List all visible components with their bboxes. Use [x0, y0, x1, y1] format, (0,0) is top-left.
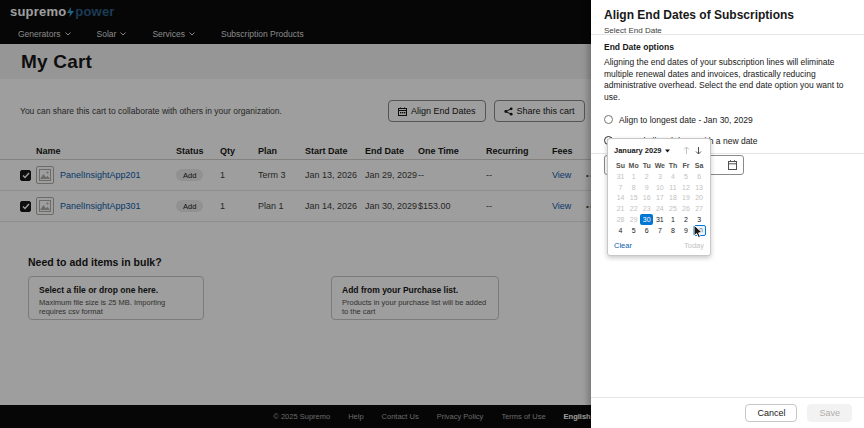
- calendar-day-18: 18: [666, 193, 679, 204]
- calendar-weekday: Su: [614, 160, 627, 171]
- date-picker-popup: January 2029 SuMoTuWeThFrSa3112345678910…: [607, 138, 711, 256]
- calendar-day-16: 16: [640, 193, 653, 204]
- calendar-weekday: Fr: [679, 160, 692, 171]
- calendar-today-link: Today: [684, 241, 704, 250]
- drawer-title: Align End Dates of Subscriptions: [604, 8, 851, 22]
- calendar-day-9: 9: [640, 182, 653, 193]
- calendar-weekday: Tu: [640, 160, 653, 171]
- calendar-day-6: 6: [693, 171, 706, 182]
- calendar-weekday: Sa: [693, 160, 706, 171]
- calendar-day-25: 25: [666, 203, 679, 214]
- calendar-day-7[interactable]: 7: [653, 225, 666, 236]
- calendar-day-14: 14: [614, 193, 627, 204]
- calendar-day-12: 12: [679, 182, 692, 193]
- end-date-options-description: Aligning the end dates of your subscript…: [604, 57, 851, 104]
- next-month-arrow[interactable]: [692, 146, 704, 155]
- calendar-day-7: 7: [614, 182, 627, 193]
- calendar-weekday: Mo: [627, 160, 640, 171]
- calendar-day-11: 11: [666, 182, 679, 193]
- previous-month-arrow: [680, 146, 692, 155]
- calendar-day-24: 24: [653, 203, 666, 214]
- calendar-day-5[interactable]: 5: [627, 225, 640, 236]
- align-to-longest-label: Align to longest date - Jan 30, 2029: [619, 115, 753, 125]
- calendar-day-9[interactable]: 9: [679, 225, 692, 236]
- calendar-day-20: 20: [693, 193, 706, 204]
- calendar-day-5: 5: [679, 171, 692, 182]
- calendar-day-26: 26: [679, 203, 692, 214]
- calendar-day-3[interactable]: 3: [693, 214, 706, 225]
- calendar-day-2: 2: [640, 171, 653, 182]
- calendar-day-22: 22: [627, 203, 640, 214]
- calendar-day-3: 3: [653, 171, 666, 182]
- month-picker[interactable]: January 2029: [614, 146, 670, 155]
- calendar-day-29: 29: [627, 214, 640, 225]
- calendar-day-17: 17: [653, 193, 666, 204]
- calendar-weekday: Th: [666, 160, 679, 171]
- calendar-day-28: 28: [614, 214, 627, 225]
- calendar-day-1[interactable]: 1: [666, 214, 679, 225]
- end-date-options-heading: End Date options: [604, 42, 851, 52]
- drawer-footer: Cancel Save: [591, 397, 864, 428]
- calendar-day-15: 15: [627, 193, 640, 204]
- cancel-button[interactable]: Cancel: [745, 404, 797, 422]
- calendar-day-19: 19: [679, 193, 692, 204]
- calendar-day-31: 31: [614, 171, 627, 182]
- calendar-day-1: 1: [627, 171, 640, 182]
- arrow-up-icon: [683, 146, 690, 155]
- calendar-day-4: 4: [666, 171, 679, 182]
- calendar-day-13: 13: [693, 182, 706, 193]
- calendar-input-icon[interactable]: [728, 160, 737, 170]
- calendar-clear-link[interactable]: Clear: [614, 241, 632, 250]
- align-end-dates-drawer: Align End Dates of Subscriptions Select …: [591, 0, 864, 428]
- calendar-grid: SuMoTuWeThFrSa31123456789101112131415161…: [614, 160, 704, 236]
- divider: [591, 34, 864, 35]
- save-button[interactable]: Save: [807, 404, 852, 422]
- calendar-day-4[interactable]: 4: [614, 225, 627, 236]
- calendar-day-10[interactable]: 10: [693, 225, 706, 236]
- calendar-day-23: 23: [640, 203, 653, 214]
- radio-unselected-icon[interactable]: [604, 115, 613, 124]
- calendar-day-2[interactable]: 2: [679, 214, 692, 225]
- month-caret-icon: [665, 149, 670, 153]
- calendar-day-6[interactable]: 6: [640, 225, 653, 236]
- calendar-day-8[interactable]: 8: [666, 225, 679, 236]
- calendar-weekday: We: [653, 160, 666, 171]
- calendar-day-21: 21: [614, 203, 627, 214]
- arrow-down-icon: [695, 146, 702, 155]
- calendar-day-27: 27: [693, 203, 706, 214]
- month-label: January 2029: [614, 146, 662, 155]
- calendar-day-30[interactable]: 30: [640, 214, 653, 225]
- align-to-longest-option[interactable]: Align to longest date - Jan 30, 2029: [604, 115, 851, 125]
- calendar-day-8: 8: [627, 182, 640, 193]
- screen: supremo power GeneratorsSolarServicesSub…: [0, 0, 864, 428]
- calendar-day-31[interactable]: 31: [653, 214, 666, 225]
- calendar-day-10: 10: [653, 182, 666, 193]
